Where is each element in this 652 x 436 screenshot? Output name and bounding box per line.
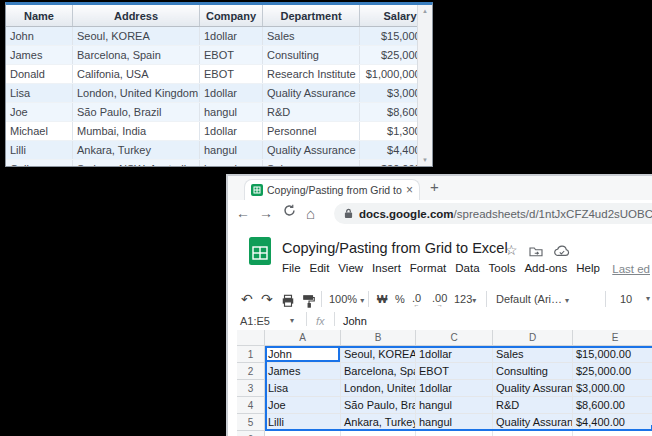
grid-column-header[interactable]: Address <box>73 5 200 27</box>
table-row[interactable]: LisaLondon, United Kingdom1dollarQuality… <box>6 84 433 103</box>
divider <box>321 291 322 307</box>
sheet-cell[interactable]: Quality Assurance <box>493 380 573 397</box>
sheet-row-header-5[interactable]: 5 <box>237 414 265 431</box>
scroll-up-icon[interactable]: ▲ <box>418 5 432 17</box>
sheet-cell[interactable]: 1dollar <box>416 346 493 363</box>
sheet-cell[interactable]: hangul <box>416 414 493 431</box>
sheet-row-header-2[interactable]: 2 <box>237 363 265 380</box>
sheet-cell[interactable]: Quality Assurance <box>493 414 573 431</box>
sheet-col-header-E[interactable]: E <box>573 330 652 346</box>
sheets-toolbar: ↶ ↷ 100% ▾ ₩ % .0← .00→ 123▾ Default (Ar… <box>228 286 652 313</box>
sheet-cell[interactable]: Lisa <box>265 380 341 397</box>
sheet-row-header-4[interactable]: 4 <box>237 397 265 414</box>
select-all-corner[interactable] <box>237 330 265 346</box>
name-box-dropdown-icon[interactable]: ▾ <box>290 312 294 330</box>
sheet-cell[interactable]: Barcelona, Spain <box>341 363 416 380</box>
grid-column-header[interactable]: Company <box>200 5 263 27</box>
sheet-cell[interactable]: $3,000.00 <box>573 380 652 397</box>
grid-column-header[interactable]: Name <box>6 5 73 27</box>
sheet-cell[interactable]: $4,400.00 <box>573 414 652 431</box>
cloud-status-icon[interactable] <box>554 244 570 260</box>
print-icon[interactable] <box>281 287 295 313</box>
home-icon[interactable]: ⌂ <box>306 205 315 222</box>
sheet-row: 6 <box>237 431 652 436</box>
sheet-cell[interactable] <box>493 431 573 436</box>
sheet-cell[interactable]: hangul <box>416 397 493 414</box>
sheet-row-header-1[interactable]: 1 <box>237 346 265 363</box>
scroll-down-icon[interactable]: ▼ <box>418 154 432 166</box>
sheets-logo-icon[interactable] <box>248 236 272 266</box>
sheet-cell[interactable] <box>265 431 341 436</box>
redo-icon[interactable]: ↷ <box>261 286 273 312</box>
browser-tab[interactable]: Copying/Pasting from Grid to E × <box>244 179 420 200</box>
sheet-cell[interactable] <box>341 431 416 436</box>
sheet-row-header-3[interactable]: 3 <box>237 380 265 397</box>
menu-item-format[interactable]: Format <box>410 262 446 274</box>
sheet-cell[interactable]: Joe <box>265 397 341 414</box>
more-formats-button[interactable]: 123▾ <box>454 286 476 312</box>
sheet-cell[interactable]: EBOT <box>416 363 493 380</box>
sheet-row: 2JamesBarcelona, SpainEBOTConsulting$25,… <box>237 363 652 380</box>
sheet-col-header-D[interactable]: D <box>493 330 573 346</box>
new-tab-icon[interactable]: + <box>430 178 439 195</box>
table-row-partial[interactable]: CelineSydney, NSW, AustraliahangulSales$… <box>6 160 433 168</box>
menu-item-insert[interactable]: Insert <box>372 262 401 274</box>
percent-format-button[interactable]: % <box>395 286 405 312</box>
table-row[interactable]: JohnSeoul, KOREA1dollarSales$15,000.00 <box>6 27 433 46</box>
menu-item-tools[interactable]: Tools <box>489 262 516 274</box>
menu-item-file[interactable]: File <box>282 262 301 274</box>
menu-item-addons[interactable]: Add-ons <box>524 262 567 274</box>
sheet-col-header-C[interactable]: C <box>416 330 493 346</box>
last-edit-link[interactable]: Last ed <box>612 263 650 275</box>
decrease-decimal-button[interactable]: .0← <box>412 293 421 310</box>
name-box[interactable]: A1:E5 <box>240 312 270 330</box>
table-row[interactable]: JoeSão Paulo, BrazilhangulR&D$8,600.00 <box>6 103 433 122</box>
undo-icon[interactable]: ↶ <box>241 286 253 312</box>
sheet-cell[interactable]: John <box>265 346 341 363</box>
sheet-cell[interactable] <box>573 431 652 436</box>
menu-item-view[interactable]: View <box>338 262 363 274</box>
address-bar[interactable]: docs.google.com/spreadsheets/d/1ntJxCFZ4… <box>334 203 652 224</box>
sheet-cell[interactable]: $25,000.00 <box>573 363 652 380</box>
sheet-cell[interactable]: R&D <box>493 397 573 414</box>
sheet-row-header-6[interactable]: 6 <box>237 431 265 436</box>
font-select[interactable]: Default (Ari… ▾ <box>496 286 592 312</box>
currency-format-button[interactable]: ₩ <box>377 286 387 312</box>
back-icon[interactable]: ← <box>236 205 250 221</box>
table-row[interactable]: JamesBarcelona, SpainEBOTConsulting$25,0… <box>6 46 433 65</box>
sheet-cell[interactable]: Ankara, Turkey <box>341 414 416 431</box>
table-scrollbar[interactable]: ▲ ▼ <box>417 5 432 166</box>
sheet-cell[interactable]: $8,600.00 <box>573 397 652 414</box>
sheet-cell[interactable]: Seoul, KOREA <box>341 346 416 363</box>
font-size-select[interactable]: 10 <box>620 286 632 312</box>
grid-column-header[interactable]: Department <box>263 5 360 27</box>
font-size-dropdown-icon[interactable]: ▾ <box>646 286 650 312</box>
menu-item-edit[interactable]: Edit <box>310 262 330 274</box>
sheet-cell[interactable] <box>416 431 493 436</box>
sheet-cell[interactable]: James <box>265 363 341 380</box>
sheet-cell[interactable]: $15,000.00 <box>573 346 652 363</box>
sheet-col-header-A[interactable]: A <box>265 330 341 346</box>
table-row[interactable]: DonaldCalifonia, USAEBOTResearch Institu… <box>6 65 433 84</box>
table-row[interactable]: MichaelMumbai, India1dollarPersonnel$1,3… <box>6 122 433 141</box>
tab-close-icon[interactable]: × <box>406 184 413 196</box>
menu-item-data[interactable]: Data <box>455 262 479 274</box>
document-title[interactable]: Copying/Pasting from Grid to Excel <box>282 240 508 256</box>
sheet-cell[interactable]: 1dollar <box>416 380 493 397</box>
formula-input[interactable]: John <box>343 312 367 330</box>
sheet-cell[interactable]: São Paulo, Brazil <box>341 397 416 414</box>
paint-format-icon[interactable] <box>302 287 316 313</box>
reload-icon[interactable] <box>283 204 296 220</box>
forward-icon[interactable]: → <box>259 205 273 221</box>
menu-item-help[interactable]: Help <box>576 262 600 274</box>
sheet-cell[interactable]: Consulting <box>493 363 573 380</box>
move-to-folder-icon[interactable] <box>529 244 543 260</box>
table-row[interactable]: LilliAnkara, TurkeyhangulQuality Assuran… <box>6 141 433 160</box>
star-icon[interactable]: ☆ <box>505 242 518 258</box>
increase-decimal-button[interactable]: .00→ <box>432 293 447 310</box>
sheet-cell[interactable]: Lilli <box>265 414 341 431</box>
zoom-select[interactable]: 100% ▾ <box>329 286 364 312</box>
sheet-cell[interactable]: Sales <box>493 346 573 363</box>
sheet-col-header-B[interactable]: B <box>341 330 416 346</box>
sheet-cell[interactable]: London, United Kingdom <box>341 380 416 397</box>
